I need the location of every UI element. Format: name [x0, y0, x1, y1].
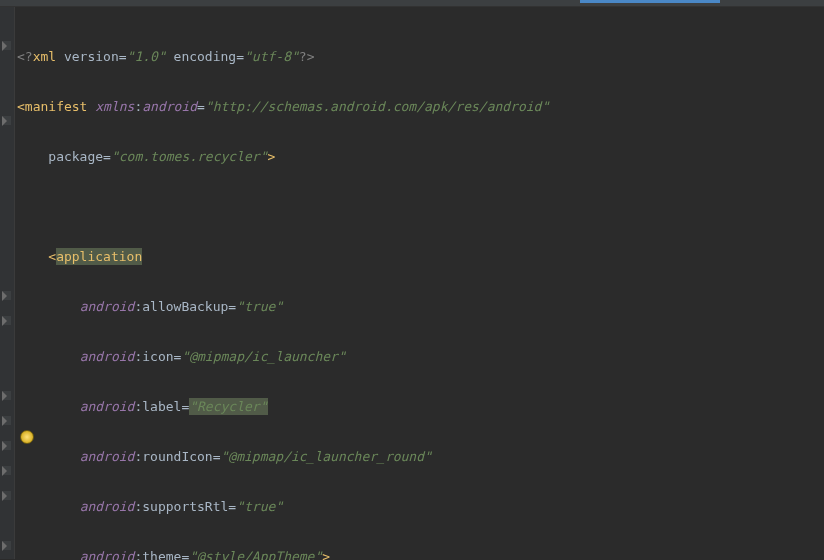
code-line: android:roundIcon="@mipmap/ic_launcher_r… — [17, 444, 818, 469]
selected-tag: application — [56, 248, 142, 265]
fold-toggle[interactable] — [2, 541, 11, 550]
fold-toggle[interactable] — [2, 391, 11, 400]
code-line: android:supportsRtl="true" — [17, 494, 818, 519]
code-line: <application — [17, 244, 818, 269]
fold-toggle[interactable] — [2, 416, 11, 425]
gutter[interactable] — [0, 7, 15, 559]
active-tab-underline — [580, 0, 720, 3]
code-line: <manifest xmlns:android="http://schemas.… — [17, 94, 818, 119]
code-line: package="com.tomes.recycler"> — [17, 144, 818, 169]
code-line: android:theme="@style/AppTheme"> — [17, 544, 818, 560]
fold-toggle[interactable] — [2, 441, 11, 450]
code-line: android:label="Recycler" — [17, 394, 818, 419]
fold-toggle[interactable] — [2, 491, 11, 500]
code-line: android:icon="@mipmap/ic_launcher" — [17, 344, 818, 369]
code-editor[interactable]: <?xml version="1.0" encoding="utf-8"?> <… — [15, 7, 824, 559]
fold-toggle[interactable] — [2, 41, 11, 50]
fold-toggle[interactable] — [2, 291, 11, 300]
editor-tabs[interactable] — [0, 0, 824, 7]
fold-toggle[interactable] — [2, 466, 11, 475]
code-line: android:allowBackup="true" — [17, 294, 818, 319]
fold-toggle[interactable] — [2, 116, 11, 125]
code-line: <?xml version="1.0" encoding="utf-8"?> — [17, 44, 818, 69]
fold-toggle[interactable] — [2, 316, 11, 325]
code-line — [17, 194, 818, 219]
